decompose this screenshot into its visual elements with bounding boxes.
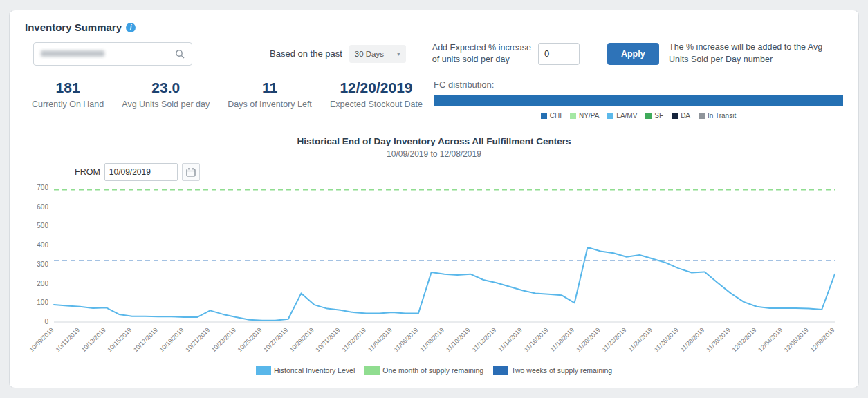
info-icon[interactable]: i xyxy=(126,23,136,32)
svg-text:10/13/2019: 10/13/2019 xyxy=(80,326,107,353)
page-title: Inventory Summary xyxy=(25,21,122,33)
inventory-summary-card: Inventory Summary i Based on the past 30… xyxy=(9,10,859,388)
legend-label: CHI xyxy=(550,112,562,120)
stat-label: Avg Units Sold per day xyxy=(122,100,210,109)
fc-distribution-bar xyxy=(434,95,843,106)
stat-label: Expected Stockout Date xyxy=(330,100,423,109)
svg-text:12/06/2019: 12/06/2019 xyxy=(783,326,810,353)
helper-text: The % increase will be added to the Avg … xyxy=(669,41,843,66)
stat-label: Days of Inventory Left xyxy=(228,100,312,109)
period-group: Based on the past 30 Days ▾ xyxy=(270,45,406,63)
legend-label: In Transit xyxy=(708,112,736,120)
svg-text:500: 500 xyxy=(37,222,48,229)
chart-title: Historical End of Day Inventory Across A… xyxy=(25,136,843,146)
legend-swatch xyxy=(699,113,705,119)
svg-text:11/12/2019: 11/12/2019 xyxy=(471,326,497,352)
from-date-row: FROM xyxy=(25,163,843,181)
chart-subtitle: 10/09/2019 to 12/08/2019 xyxy=(25,149,843,159)
legend-item: In Transit xyxy=(699,112,736,120)
svg-text:600: 600 xyxy=(37,203,48,211)
stat-days-of-inventory: 11 Days of Inventory Left xyxy=(228,79,312,109)
legend-label: Historical Inventory Level xyxy=(274,366,355,375)
svg-text:10/21/2019: 10/21/2019 xyxy=(184,326,211,353)
legend-label: DA xyxy=(681,112,690,120)
svg-text:10/27/2019: 10/27/2019 xyxy=(262,326,289,353)
svg-text:11/18/2019: 11/18/2019 xyxy=(549,326,575,352)
legend-label: One month of supply remaining xyxy=(382,366,483,375)
increase-label-line1: Add Expected % increase xyxy=(432,42,531,54)
svg-text:10/29/2019: 10/29/2019 xyxy=(288,326,315,353)
from-label: FROM xyxy=(75,167,100,177)
svg-text:11/08/2019: 11/08/2019 xyxy=(418,326,445,352)
apply-button[interactable]: Apply xyxy=(607,43,659,65)
svg-text:11/30/2019: 11/30/2019 xyxy=(705,326,731,352)
period-select-value: 30 Days xyxy=(355,50,384,58)
chevron-down-icon: ▾ xyxy=(397,50,400,57)
from-date-input[interactable] xyxy=(104,163,178,181)
svg-text:11/02/2019: 11/02/2019 xyxy=(341,326,367,352)
legend-swatch xyxy=(645,113,652,119)
svg-text:10/11/2019: 10/11/2019 xyxy=(55,326,81,352)
svg-text:11/14/2019: 11/14/2019 xyxy=(497,326,523,352)
increase-label: Add Expected % increase of units sold pe… xyxy=(432,42,531,66)
legend-swatch xyxy=(364,366,380,375)
legend-swatch xyxy=(493,366,508,375)
svg-text:10/23/2019: 10/23/2019 xyxy=(210,326,237,353)
stat-value: 23.0 xyxy=(122,79,210,96)
stat-value: 11 xyxy=(228,79,312,96)
svg-text:11/16/2019: 11/16/2019 xyxy=(523,326,549,352)
svg-text:400: 400 xyxy=(37,241,48,249)
period-select[interactable]: 30 Days ▾ xyxy=(349,45,406,63)
fc-distribution-legend: CHINY/PALA/MVSFDAIn Transit xyxy=(434,112,843,120)
svg-text:11/04/2019: 11/04/2019 xyxy=(367,326,393,352)
fc-distribution: FC distribution: CHINY/PALA/MVSFDAIn Tra… xyxy=(434,79,843,120)
stat-currently-on-hand: 181 Currently On Hand xyxy=(32,79,104,109)
increase-label-line2: of units sold per day xyxy=(432,54,531,66)
svg-text:10/31/2019: 10/31/2019 xyxy=(314,326,341,353)
legend-label: Two weeks of supply remaining xyxy=(511,366,612,375)
controls-row: Based on the past 30 Days ▾ Add Expected… xyxy=(25,41,843,66)
svg-text:0: 0 xyxy=(44,318,48,325)
calendar-icon[interactable] xyxy=(182,163,200,181)
svg-text:10/17/2019: 10/17/2019 xyxy=(132,326,159,353)
svg-text:10/15/2019: 10/15/2019 xyxy=(106,326,133,353)
svg-text:12/02/2019: 12/02/2019 xyxy=(731,326,758,353)
legend-item: CHI xyxy=(541,112,562,120)
stats: 181 Currently On Hand 23.0 Avg Units Sol… xyxy=(25,79,423,109)
stat-value: 12/20/2019 xyxy=(330,79,423,96)
svg-text:11/20/2019: 11/20/2019 xyxy=(575,326,601,352)
increase-input[interactable] xyxy=(538,43,580,65)
card-header: Inventory Summary i xyxy=(25,21,843,33)
stat-value: 181 xyxy=(32,79,104,96)
period-label: Based on the past xyxy=(270,48,342,59)
inventory-line-chart: 010020030040050060070010/09/201910/11/20… xyxy=(25,181,844,362)
svg-text:11/10/2019: 11/10/2019 xyxy=(445,326,471,352)
svg-text:11/24/2019: 11/24/2019 xyxy=(627,326,654,352)
legend-swatch xyxy=(570,113,576,119)
svg-text:11/28/2019: 11/28/2019 xyxy=(679,326,705,352)
legend-item: LA/MV xyxy=(607,112,637,120)
stat-avg-units-sold: 23.0 Avg Units Sold per day xyxy=(122,79,210,109)
svg-text:300: 300 xyxy=(37,260,48,268)
legend-item: One month of supply remaining xyxy=(364,366,483,375)
svg-text:10/25/2019: 10/25/2019 xyxy=(237,326,264,353)
legend-item: DA xyxy=(672,112,690,120)
fc-bar-segment xyxy=(434,95,843,106)
legend-item: Two weeks of supply remaining xyxy=(493,366,612,375)
svg-text:700: 700 xyxy=(37,184,48,191)
search-icon[interactable] xyxy=(175,49,185,59)
search-redacted-text xyxy=(41,50,104,57)
svg-text:100: 100 xyxy=(37,298,48,306)
legend-item: SF xyxy=(645,112,663,120)
stat-expected-stockout: 12/20/2019 Expected Stockout Date xyxy=(330,79,423,109)
legend-swatch xyxy=(541,113,547,119)
fc-distribution-label: FC distribution: xyxy=(434,79,843,90)
stats-row: 181 Currently On Hand 23.0 Avg Units Sol… xyxy=(25,79,843,120)
legend-swatch xyxy=(672,113,678,119)
svg-text:12/04/2019: 12/04/2019 xyxy=(757,326,784,353)
legend-label: LA/MV xyxy=(616,112,637,120)
chart-legend: Historical Inventory LevelOne month of s… xyxy=(25,366,843,375)
search-input[interactable] xyxy=(33,42,192,66)
legend-swatch xyxy=(607,113,613,119)
svg-text:10/19/2019: 10/19/2019 xyxy=(158,326,185,353)
